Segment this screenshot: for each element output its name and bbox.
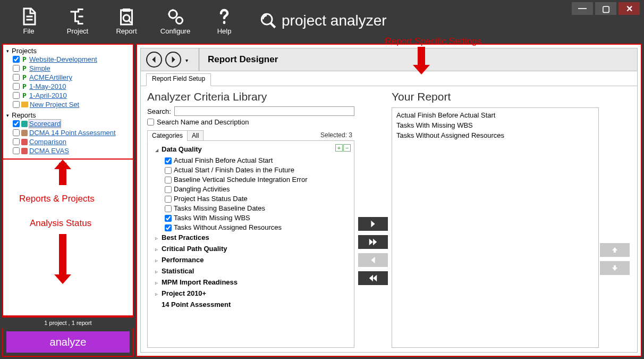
- project-item[interactable]: P Website-Development: [6, 55, 130, 64]
- nav-forward-button[interactable]: [165, 52, 181, 68]
- maximize-button[interactable]: ▢: [595, 2, 616, 15]
- report-item[interactable]: Comparison: [6, 137, 130, 146]
- project-icon: P: [21, 55, 28, 63]
- search-input[interactable]: [174, 106, 354, 116]
- project-checkbox[interactable]: [13, 56, 20, 63]
- criteria-item[interactable]: Project Has Status Date: [165, 194, 352, 204]
- criteria-checkbox[interactable]: [165, 167, 172, 174]
- report-checkbox[interactable]: [13, 120, 20, 127]
- your-report-item[interactable]: Tasks With Missing WBS: [396, 120, 594, 130]
- reports-heading[interactable]: Reports: [6, 111, 130, 119]
- report-checkbox[interactable]: [13, 147, 20, 154]
- configure-icon: [166, 7, 185, 26]
- report-item[interactable]: DCMA EVAS: [6, 146, 130, 155]
- configure-button[interactable]: Configure: [151, 0, 200, 41]
- project-link[interactable]: Website-Development: [29, 55, 97, 63]
- projects-heading[interactable]: Projects: [6, 47, 130, 55]
- minimize-button[interactable]: —: [572, 2, 593, 15]
- report-checkbox[interactable]: [13, 138, 20, 145]
- remove-button[interactable]: [358, 253, 388, 267]
- tab-report-field-setup[interactable]: Report Field Setup: [146, 73, 211, 86]
- arrow-head-icon: [54, 274, 71, 284]
- remove-all-button[interactable]: [358, 271, 388, 285]
- nav-dropdown[interactable]: [184, 55, 188, 64]
- criteria-checkbox[interactable]: [165, 186, 172, 193]
- tab-categories[interactable]: Categories: [147, 130, 188, 141]
- close-button[interactable]: ✕: [618, 2, 640, 15]
- criteria-item[interactable]: Actual Finish Before Actual Start: [165, 156, 352, 165]
- project-item[interactable]: P 1-May-2010: [6, 82, 130, 91]
- criteria-checkbox[interactable]: [165, 215, 172, 222]
- search-desc-checkbox[interactable]: [147, 119, 154, 126]
- criteria-item[interactable]: Baseline Vertical Schedule Integration E…: [165, 175, 352, 185]
- new-project-set[interactable]: New Project Set: [6, 100, 130, 109]
- project-link[interactable]: ACMEArtillery: [29, 73, 72, 81]
- folder-icon: [21, 102, 28, 107]
- new-project-set-checkbox[interactable]: [13, 101, 20, 108]
- help-button[interactable]: Help: [200, 0, 249, 41]
- criteria-item[interactable]: Actual Start / Finish Dates in the Futur…: [165, 165, 352, 175]
- project-icon: P: [21, 82, 28, 90]
- criteria-label: Baseline Vertical Schedule Integration E…: [174, 175, 307, 185]
- criteria-item[interactable]: Dangling Activities: [165, 185, 352, 194]
- category-header[interactable]: Best Practices: [150, 232, 352, 244]
- category-header[interactable]: Statistical: [150, 266, 352, 277]
- project-icon: P: [21, 73, 28, 81]
- criteria-item[interactable]: Tasks Missing Baseline Dates: [165, 204, 352, 213]
- report-link[interactable]: DCMA EVAS: [29, 147, 69, 155]
- project-checkbox[interactable]: [13, 65, 20, 72]
- annotation-analysis-status: Analysis Status: [30, 218, 91, 229]
- category-header[interactable]: Project 2010+: [150, 288, 352, 299]
- criteria-label: Tasks With Missing WBS: [174, 213, 250, 223]
- annotation-arrow: [59, 234, 66, 275]
- new-project-set-link[interactable]: New Project Set: [30, 101, 79, 108]
- criteria-checkbox[interactable]: [165, 224, 172, 231]
- project-item[interactable]: P 1-April-2010: [6, 91, 130, 100]
- project-item[interactable]: P Simple: [6, 64, 130, 73]
- criteria-item[interactable]: Tasks With Missing WBS: [165, 213, 352, 223]
- file-button[interactable]: File: [4, 0, 53, 41]
- report-checkbox[interactable]: [13, 129, 20, 136]
- tab-all[interactable]: All: [187, 130, 204, 141]
- category-header[interactable]: MPM Import Readiness: [150, 277, 352, 288]
- category-header[interactable]: Data Quality: [150, 144, 352, 156]
- project-link[interactable]: 1-May-2010: [29, 82, 66, 90]
- your-report-list[interactable]: Actual Finish Before Actual StartTasks W…: [392, 107, 599, 348]
- report-button[interactable]: Report: [102, 0, 151, 41]
- report-link[interactable]: DCMA 14 Point Assessment: [29, 129, 116, 137]
- report-link[interactable]: Scorecard: [29, 120, 61, 128]
- criteria-item[interactable]: Tasks Without Assigned Resources: [165, 223, 352, 232]
- report-item[interactable]: DCMA 14 Point Assessment: [6, 128, 130, 137]
- your-report-item[interactable]: Actual Finish Before Actual Start: [396, 110, 594, 120]
- search-desc-label: Search Name and Description: [157, 118, 249, 126]
- criteria-checkbox[interactable]: [165, 205, 172, 212]
- nav-back-button[interactable]: [146, 52, 162, 68]
- collapse-all-button[interactable]: −: [343, 144, 351, 152]
- report-item[interactable]: Scorecard: [6, 119, 130, 128]
- category-header[interactable]: Critical Path Quality: [150, 244, 352, 255]
- category-header[interactable]: Performance: [150, 255, 352, 266]
- reorder-buttons: [599, 90, 631, 348]
- your-report: Your Report Actual Finish Before Actual …: [392, 90, 599, 348]
- add-all-button[interactable]: [358, 235, 388, 249]
- project-icon: P: [21, 64, 28, 72]
- expand-all-button[interactable]: +: [335, 144, 343, 152]
- project-checkbox[interactable]: [13, 92, 20, 99]
- criteria-checkbox[interactable]: [165, 196, 172, 203]
- move-up-button[interactable]: [600, 243, 630, 257]
- project-button[interactable]: Project: [53, 0, 102, 41]
- analyze-button[interactable]: analyze: [6, 331, 130, 353]
- criteria-checkbox[interactable]: [165, 177, 172, 183]
- project-item[interactable]: P ACMEArtillery: [6, 73, 130, 82]
- project-link[interactable]: 1-April-2010: [29, 91, 67, 99]
- report-link[interactable]: Comparison: [29, 138, 66, 146]
- project-label: Project: [67, 27, 88, 35]
- project-checkbox[interactable]: [13, 74, 20, 81]
- category-header[interactable]: 14 Point Assessment: [150, 299, 352, 310]
- move-down-button[interactable]: [600, 261, 630, 275]
- criteria-checkbox[interactable]: [165, 157, 172, 164]
- your-report-item[interactable]: Tasks Without Assigned Resources: [396, 130, 594, 140]
- add-button[interactable]: [358, 217, 388, 231]
- project-checkbox[interactable]: [13, 83, 20, 90]
- project-link[interactable]: Simple: [29, 64, 50, 72]
